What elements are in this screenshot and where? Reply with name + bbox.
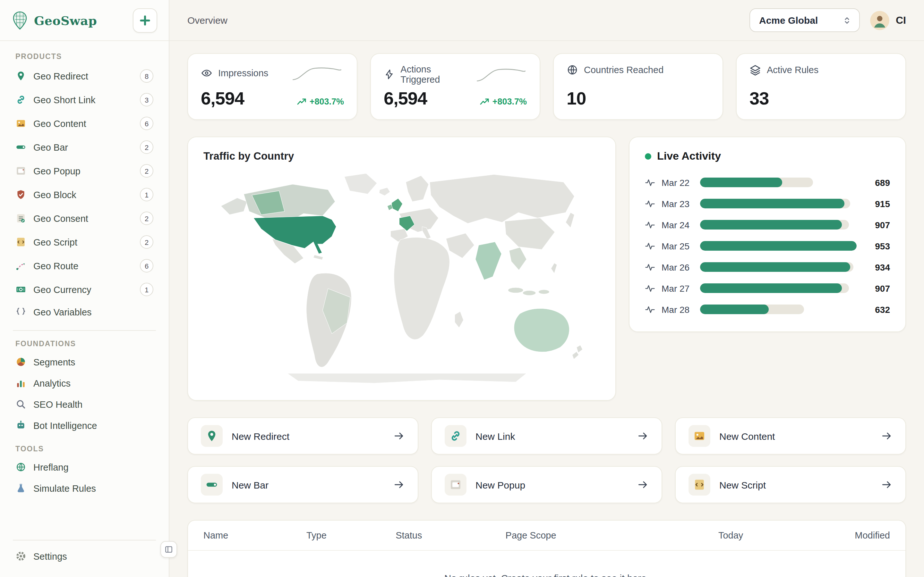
quick-action-label: New Popup xyxy=(475,479,525,490)
collapse-icon xyxy=(164,545,173,554)
activity-value: 953 xyxy=(863,241,890,251)
country-indonesia-3 xyxy=(539,290,549,294)
quick-action-label: New Redirect xyxy=(232,430,289,442)
layers-icon xyxy=(750,64,761,76)
activity-bar-area xyxy=(700,220,857,229)
column-header-type: Type xyxy=(306,530,396,540)
activity-bar-track xyxy=(700,284,849,293)
pulse-icon xyxy=(645,262,655,272)
sidebar-item-geo-script[interactable]: Geo Script2 xyxy=(11,230,157,254)
activity-bar-fill xyxy=(700,241,857,251)
item-count-badge: 2 xyxy=(140,164,153,177)
brand-name: GeoSwap xyxy=(34,13,97,27)
world-map xyxy=(204,162,600,387)
brand-pin-icon xyxy=(11,11,28,30)
country-madagascar xyxy=(455,311,464,327)
brand-logo[interactable]: GeoSwap xyxy=(11,11,97,30)
activity-bar-track xyxy=(700,241,857,251)
quick-action-new-script[interactable]: New Script xyxy=(675,466,906,503)
country-philippines xyxy=(551,263,557,274)
create-new-button[interactable] xyxy=(133,8,157,32)
stat-delta-value: +803.7% xyxy=(493,97,527,106)
arrow-right-icon xyxy=(393,430,405,442)
chevron-updown-icon xyxy=(843,16,851,25)
arrow-right-icon xyxy=(881,479,893,490)
pulse-icon xyxy=(645,177,655,187)
trend-up-icon xyxy=(297,98,306,105)
live-activity-rows: Mar 22689Mar 23915Mar 24907Mar 25953Mar … xyxy=(645,172,890,320)
item-count-badge: 2 xyxy=(140,211,153,225)
live-activity-row: Mar 22689 xyxy=(645,172,890,193)
stat-value: 6,594 xyxy=(384,89,427,109)
sidebar-item-geo-content[interactable]: Geo Content6 xyxy=(11,111,157,135)
sidebar-item-label: Geo Popup xyxy=(33,166,81,176)
sidebar-item-geo-short-link[interactable]: Geo Short Link3 xyxy=(11,88,157,111)
sidebar-item-bot-intelligence[interactable]: Bot Intelligence xyxy=(11,415,157,436)
sidebar-item-label: SEO Health xyxy=(33,399,82,409)
sidebar-item-label: Segments xyxy=(33,357,75,367)
sidebar-item-geo-bar[interactable]: Geo Bar2 xyxy=(11,135,157,159)
pin-icon xyxy=(15,71,26,81)
quick-action-new-redirect[interactable]: New Redirect xyxy=(187,417,418,455)
activity-bar-fill xyxy=(700,177,782,187)
avatar xyxy=(870,11,889,30)
traffic-map-title: Traffic by Country xyxy=(204,150,600,162)
sidebar-section-title: TOOLS xyxy=(15,445,153,453)
globe-icon xyxy=(567,64,578,76)
sidebar-item-geo-consent[interactable]: Geo Consent2 xyxy=(11,206,157,230)
live-activity-row: Mar 26934 xyxy=(645,256,890,277)
live-activity-row: Mar 23915 xyxy=(645,193,890,214)
user-initials: CI xyxy=(896,15,906,26)
item-count-badge: 6 xyxy=(140,117,153,130)
popup-icon xyxy=(15,165,26,176)
stat-label: Countries Reached xyxy=(584,65,664,75)
column-header-status: Status xyxy=(396,530,505,540)
sidebar-item-geo-redirect[interactable]: Geo Redirect8 xyxy=(11,64,157,88)
sidebar-item-geo-currency[interactable]: Geo Currency1 xyxy=(11,277,157,301)
country-indonesia-2 xyxy=(523,290,536,295)
sidebar-item-hreflang[interactable]: Hreflang xyxy=(11,456,157,478)
variables-icon xyxy=(15,306,26,318)
item-count-badge: 1 xyxy=(140,283,153,296)
sidebar-item-label: Geo Consent xyxy=(33,213,88,223)
activity-bar-track xyxy=(700,262,853,272)
sidebar-item-label: Simulate Rules xyxy=(33,483,96,493)
live-activity-header: Live Activity xyxy=(645,150,890,163)
sidebar-item-analytics[interactable]: Analytics xyxy=(11,372,157,394)
activity-value: 934 xyxy=(863,262,890,272)
sidebar-item-geo-route[interactable]: Geo Route6 xyxy=(11,254,157,277)
sidebar-section-title: PRODUCTS xyxy=(15,53,153,60)
quick-action-new-link[interactable]: New Link xyxy=(431,417,662,455)
user-menu[interactable]: CI xyxy=(870,11,906,30)
sidebar-item-segments[interactable]: Segments xyxy=(11,351,157,372)
country-new-zealand xyxy=(577,345,583,353)
activity-bar-fill xyxy=(700,199,845,208)
consent-icon xyxy=(15,213,26,224)
stat-card-impressions: Impressions6,594+803.7% xyxy=(187,53,357,120)
sidebar-item-geo-variables[interactable]: Geo Variables xyxy=(11,301,157,322)
segments-icon xyxy=(15,356,26,367)
sidebar-item-seo-health[interactable]: SEO Health xyxy=(11,394,157,415)
activity-value: 689 xyxy=(863,177,890,187)
activity-bar-area xyxy=(700,241,857,251)
stat-delta: +803.7% xyxy=(480,97,527,109)
stat-card-body: 33 xyxy=(750,89,893,109)
page-content: Impressions6,594+803.7%Actions Triggered… xyxy=(170,41,924,577)
live-activity-card: Live Activity Mar 22689Mar 23915Mar 2490… xyxy=(629,137,906,332)
sidebar-collapse-button[interactable] xyxy=(160,541,177,558)
quick-action-new-bar[interactable]: New Bar xyxy=(187,466,418,503)
sidebar-item-geo-block[interactable]: Geo Block1 xyxy=(11,183,157,206)
sidebar-item-label: Geo Variables xyxy=(33,307,92,317)
sidebar-item-settings[interactable]: Settings xyxy=(11,546,157,567)
sidebar-item-geo-popup[interactable]: Geo Popup2 xyxy=(11,159,157,183)
activity-value: 915 xyxy=(863,198,890,209)
country-iceland xyxy=(379,187,390,195)
country-cuba xyxy=(313,255,323,259)
sidebar-item-simulate-rules[interactable]: Simulate Rules xyxy=(11,478,157,499)
quick-action-new-popup[interactable]: New Popup xyxy=(431,466,662,503)
country-indonesia xyxy=(508,287,523,293)
stat-label: Impressions xyxy=(218,68,268,78)
org-selector[interactable]: Acme Global xyxy=(750,8,860,32)
quick-action-new-content[interactable]: New Content xyxy=(675,417,906,455)
sidebar: GeoSwap PRODUCTSGeo Redirect8Geo Short L… xyxy=(0,0,170,577)
